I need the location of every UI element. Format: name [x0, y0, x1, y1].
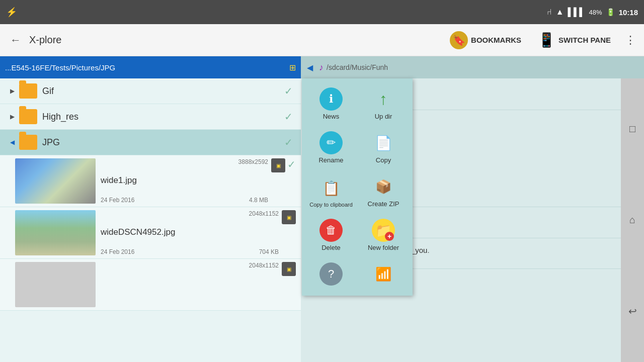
ctx-rename-button[interactable]: ✏ Rename [307, 127, 355, 167]
switch-pane-button[interactable]: 📱 SWITCH PANE [533, 29, 615, 51]
bookmark-symbol: 🔖 [453, 34, 465, 46]
usb-icon: ⚡ [6, 7, 17, 18]
file-info-wide1: 3888x2592 wide1.jpg 24 Feb 2016 4.8 MB [101, 158, 268, 204]
ctx-updir-button[interactable]: ↑ Up dir [359, 83, 408, 123]
ctx-updir-icon: ↑ [372, 87, 395, 111]
ctx-copy-button[interactable]: 📄 Copy [359, 127, 408, 167]
folder-name-highres: High_res [42, 112, 281, 122]
file-item-wide1[interactable]: 3888x2592 wide1.jpg 24 Feb 2016 4.8 MB ▣… [0, 155, 301, 207]
ctx-news-button[interactable]: ℹ News [307, 83, 355, 123]
file-small-icon-third: ▣ [282, 262, 296, 276]
file-meta-widedscn: 24 Feb 2016 704 KB [101, 248, 279, 255]
signal-icon: ▌▌▌ [568, 8, 585, 17]
file-date-wide1: 24 Feb 2016 [101, 197, 134, 204]
bluetooth-icon: ⑁ [547, 8, 552, 17]
back-button[interactable]: ← [6, 30, 25, 51]
file-date-widedscn: 24 Feb 2016 [101, 248, 134, 255]
switch-pane-label: SWITCH PANE [558, 36, 611, 44]
folder-item-gif[interactable]: ▶ Gif ✓ [0, 78, 301, 104]
file-info-third: 2048x1152 [101, 262, 279, 307]
file-name-wide1: wide1.jpg [101, 175, 268, 186]
ctx-newfolder-button[interactable]: 📁 + New folder [359, 215, 408, 254]
battery-text: 48% [589, 9, 602, 16]
file-dim-third: 2048x1152 [101, 262, 279, 269]
ctx-zip-button[interactable]: 📦 Create ZIP [359, 171, 408, 211]
file-info-widedscn: 2048x1152 wideDSCN4952.jpg 24 Feb 2016 7… [101, 210, 279, 255]
more-button[interactable]: ⋮ [623, 32, 638, 49]
nav-back-button[interactable]: ↩ [623, 302, 641, 320]
left-path-bar: ...E545-16FE/Tests/Pictures/JPG ⊞ [0, 56, 301, 78]
bookmarks-label: BOOKMARKS [471, 36, 521, 44]
file-ext-widedscn: .jpg [162, 227, 175, 237]
folder-check-gif: ✓ [284, 85, 293, 97]
left-path-text: ...E545-16FE/Tests/Pictures/JPG [5, 63, 286, 72]
folder-item-highres[interactable]: ▶ High_res ✓ [0, 104, 301, 130]
nav-bar: □ ⌂ ↩ [621, 78, 644, 362]
folder-arrow-jpg: ◀ [8, 138, 16, 146]
ctx-rename-label: Rename [318, 156, 343, 164]
right-path-text: /sdcard/Music/Funh [327, 63, 388, 71]
ctx-delete-button[interactable]: 🗑 Delete [307, 215, 355, 254]
file-thumb-third [15, 262, 96, 307]
file-item-third[interactable]: 2048x1152 ▣ [0, 259, 301, 311]
file-small-icon-wide1: ▣ [271, 158, 285, 172]
ctx-newfolder-icon: 📁 + [372, 219, 395, 242]
folder-icon-gif [19, 83, 37, 99]
ctx-updir-label: Up dir [375, 113, 392, 120]
ctx-clipboard-label: Copy to clipboard [309, 202, 353, 208]
left-pane: ...E545-16FE/Tests/Pictures/JPG ⊞ ▶ Gif … [0, 56, 301, 362]
battery-icon: 🔋 [606, 8, 615, 16]
main-content: ...E545-16FE/Tests/Pictures/JPG ⊞ ▶ Gif … [0, 56, 644, 362]
nav-home-button[interactable]: ⌂ [623, 211, 641, 229]
wifi-icon: ▲ [556, 8, 564, 17]
file-small-icon-widedscn: ▣ [282, 210, 296, 224]
file-name-widedscn: wideDSCN4952.jpg [101, 227, 279, 237]
thumb-landscape-img [15, 158, 96, 204]
file-check-wide1: ✓ [287, 158, 296, 170]
file-size-widedscn: 704 KB [259, 248, 279, 255]
grid-icon[interactable]: ⊞ [289, 63, 296, 72]
ctx-news-label: News [323, 113, 340, 120]
bookmarks-button[interactable]: 🔖 BOOKMARKS [446, 29, 525, 51]
file-dim-wide1: 3888x2592 [101, 158, 268, 165]
ctx-zip-label: Create ZIP [368, 200, 399, 208]
status-left: ⚡ [6, 7, 17, 18]
bookmarks-icon: 🔖 [450, 31, 468, 49]
ctx-clipboard-icon: 📋 [319, 176, 343, 200]
status-right: ⑁ ▲ ▌▌▌ 48% 🔋 10:18 [547, 8, 638, 17]
folder-icon-highres [19, 109, 37, 124]
folder-check-highres: ✓ [284, 111, 293, 123]
ctx-wifi-button[interactable]: 📶 [359, 258, 408, 291]
right-path-bar: ◀ ♪ /sdcard/Music/Funh [301, 56, 644, 78]
ctx-delete-icon: 🗑 [319, 219, 343, 242]
file-item-widedscn[interactable]: 2048x1152 wideDSCN4952.jpg 24 Feb 2016 7… [0, 207, 301, 259]
ctx-copy-label: Copy [376, 156, 391, 164]
music-ext-3: . [427, 246, 429, 254]
folder-item-jpg[interactable]: ◀ JPG ✓ [0, 130, 301, 155]
nav-windows-button[interactable]: □ [623, 120, 641, 138]
ctx-help-icon: ? [319, 262, 343, 286]
ctx-wifi-icon: 📶 [372, 262, 395, 286]
folder-name-jpg: JPG [42, 137, 281, 148]
file-thumb-widedscn [15, 210, 96, 255]
app-bar: ← X-plore 🔖 BOOKMARKS 📱 SWITCH PANE ⋮ [0, 24, 644, 56]
status-bar: ⚡ ⑁ ▲ ▌▌▌ 48% 🔋 10:18 [0, 0, 644, 24]
context-menu: ℹ News ↑ Up dir ✏ Rename 📄 Copy 📋 Copy t… [302, 78, 413, 296]
ctx-news-icon: ℹ [319, 87, 343, 111]
file-thumb-wide1 [15, 158, 96, 204]
switch-pane-icon: 📱 [537, 31, 555, 49]
file-size-wide1: 4.8 MB [249, 197, 268, 204]
thumb-monument-img [15, 210, 96, 255]
ctx-clipboard-button[interactable]: 📋 Copy to clipboard [307, 171, 355, 211]
ctx-help-button[interactable]: ? [307, 258, 355, 291]
file-list: ▶ Gif ✓ ▶ High_res ✓ ◀ JPG ✓ [0, 78, 301, 362]
ctx-copy-icon: 📄 [372, 131, 395, 154]
app-bar-actions: 🔖 BOOKMARKS 📱 SWITCH PANE ⋮ [446, 29, 638, 51]
file-dim-widedscn: 2048x1152 [101, 210, 279, 217]
app-title: X-plore [29, 34, 446, 46]
folder-check-jpg: ✓ [284, 136, 293, 148]
folder-arrow-gif: ▶ [8, 87, 16, 95]
ctx-rename-icon: ✏ [319, 131, 343, 154]
ctx-delete-label: Delete [321, 244, 341, 251]
ctx-zip-icon: 📦 [372, 175, 395, 198]
